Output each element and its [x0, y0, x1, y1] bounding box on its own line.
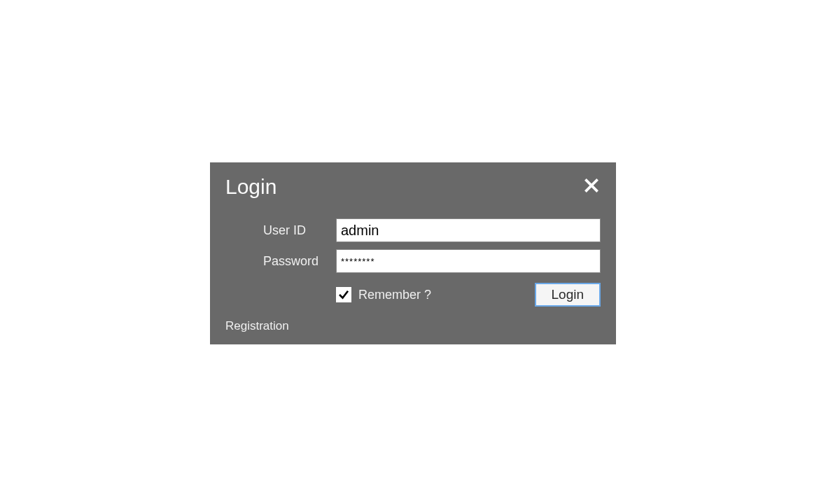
password-input[interactable]	[336, 249, 601, 273]
login-button[interactable]: Login	[535, 283, 601, 307]
registration-link[interactable]: Registration	[225, 319, 289, 333]
password-row: Password	[225, 249, 601, 273]
remember-group: Remember ?	[336, 287, 431, 302]
user-id-label: User ID	[263, 223, 336, 238]
dialog-title: Login	[225, 175, 276, 199]
close-icon	[584, 178, 599, 193]
close-button[interactable]	[582, 176, 601, 195]
user-id-row: User ID	[225, 218, 601, 242]
dialog-header: Login	[225, 175, 601, 199]
remember-checkbox[interactable]	[336, 287, 351, 302]
controls-row: Remember ? Login	[225, 283, 601, 307]
checkmark-icon	[337, 288, 350, 301]
login-dialog: Login User ID Password Remember ? Login …	[210, 162, 616, 344]
user-id-input[interactable]	[336, 218, 601, 242]
remember-label: Remember ?	[358, 288, 431, 302]
password-label: Password	[263, 254, 336, 269]
